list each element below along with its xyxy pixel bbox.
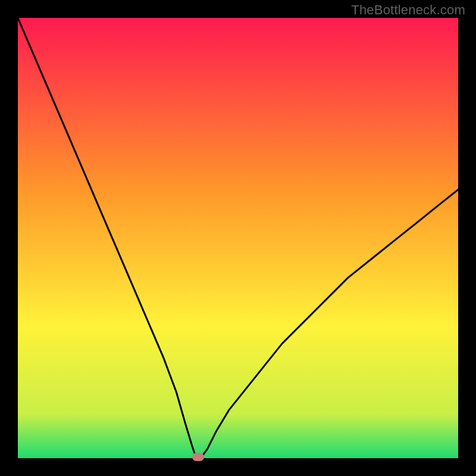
watermark: TheBottleneck.com	[351, 2, 465, 18]
bottleneck-curve	[18, 18, 458, 458]
chart-frame: TheBottleneck.com	[0, 0, 476, 476]
optimal-marker	[192, 453, 204, 461]
plot-area	[18, 18, 458, 458]
